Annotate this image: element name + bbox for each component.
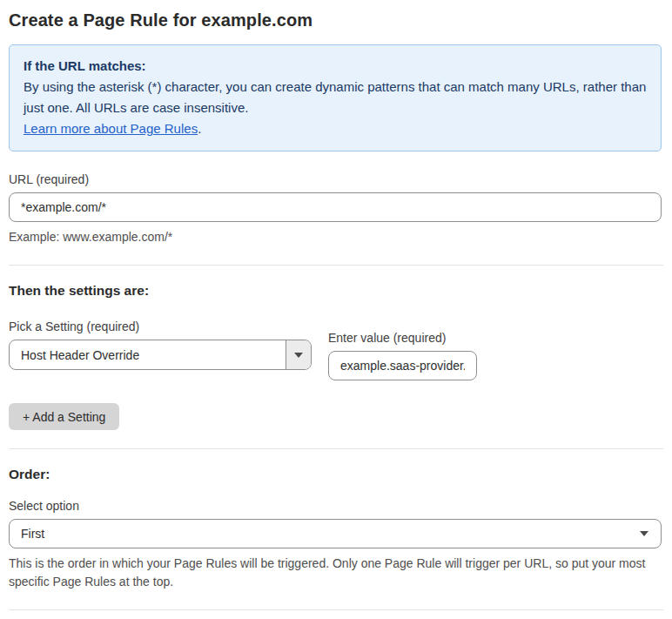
url-input[interactable] [9,192,662,222]
info-box-body: By using the asterisk (*) character, you… [24,77,647,118]
setting-value-column: Enter value (required) [328,331,477,380]
dropdown-arrow-icon [294,353,303,358]
order-section-heading: Order: [9,467,662,482]
learn-more-link[interactable]: Learn more about Page Rules [24,121,198,136]
setting-row: Pick a Setting (required) Host Header Ov… [9,320,662,380]
value-field-label: Enter value (required) [328,331,477,345]
info-box-heading: If the URL matches: [24,56,647,77]
divider [9,265,663,266]
setting-value-input[interactable] [328,351,477,380]
dropdown-arrow-icon [640,531,648,536]
create-page-rule-form: Create a Page Rule for example.com If th… [0,0,672,619]
url-example-helper: Example: www.example.com/* [9,228,662,246]
setting-select-label: Pick a Setting (required) [9,320,312,333]
info-box-link-line: Learn more about Page Rules. [24,118,647,139]
link-period: . [198,121,201,136]
url-field-label: URL (required) [9,172,662,186]
order-select-label: Select option [9,499,662,513]
settings-section-heading: Then the settings are: [9,283,662,299]
setting-select-value: Host Header Override [10,340,286,369]
order-select-value: First [10,527,640,541]
order-select-group: Select option First This is the order in… [9,499,662,591]
setting-select-arrow-box[interactable] [286,340,311,369]
order-select[interactable]: First [9,519,662,548]
url-matches-info-box: If the URL matches: By using the asteris… [9,44,662,151]
setting-picker-column: Pick a Setting (required) Host Header Ov… [9,320,312,370]
page-title: Create a Page Rule for example.com [9,10,662,30]
setting-select[interactable]: Host Header Override [9,340,312,370]
order-helper-text: This is the order in which your Page Rul… [9,555,662,591]
divider [9,609,663,610]
divider [9,448,663,449]
add-setting-button[interactable]: + Add a Setting [9,403,119,430]
